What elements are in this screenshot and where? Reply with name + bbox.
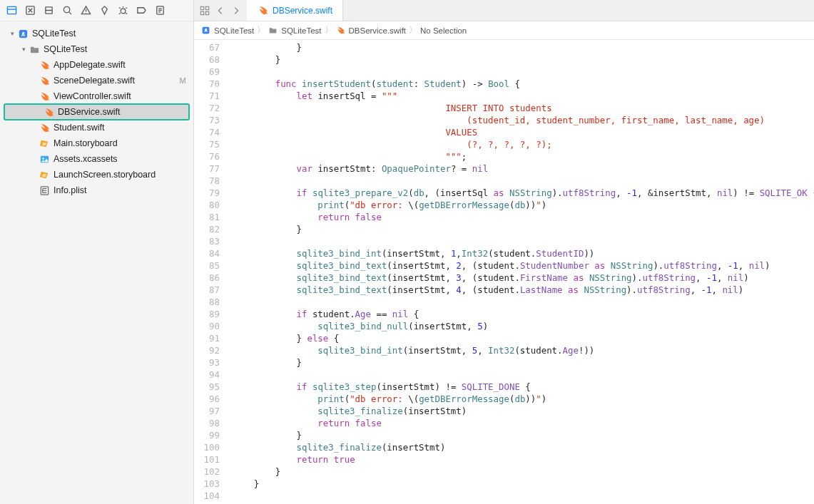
nav-forward-icon[interactable] xyxy=(231,6,241,16)
tree-file[interactable]: SceneDelegate.swiftM xyxy=(0,73,193,88)
editor-area: DBService.swift ASQLiteTest〉SQLiteTest〉D… xyxy=(194,0,814,504)
breadcrumb-item[interactable]: DBService.swift xyxy=(336,26,407,36)
code-line[interactable]: sqlite3_bind_text(insertStmt, 4, (studen… xyxy=(233,284,814,296)
code-line[interactable] xyxy=(233,235,814,247)
code-line[interactable]: sqlite3_bind_int(insertStmt, 1,Int32(stu… xyxy=(233,247,814,259)
code-line[interactable]: } xyxy=(233,429,814,441)
swift-icon xyxy=(43,106,54,118)
line-number: 99 xyxy=(194,429,220,441)
code-line[interactable]: print("db error: \(getDBErrorMessage(db)… xyxy=(233,393,814,405)
breadcrumb-bar: ASQLiteTest〉SQLiteTest〉DBService.swift〉N… xyxy=(194,21,814,40)
source-control-navigator-icon[interactable] xyxy=(24,5,36,16)
tree-file[interactable]: Main.storyboard xyxy=(0,135,193,151)
code-line[interactable]: if sqlite3_prepare_v2(db, (insertSql as … xyxy=(233,187,814,199)
project-tree: ▾ASQLiteTest▾SQLiteTestAppDelegate.swift… xyxy=(0,21,193,202)
tree-file[interactable]: AppDelegate.swift xyxy=(0,57,193,73)
tree-file[interactable]: ViewController.swift xyxy=(0,88,193,104)
line-number: 76 xyxy=(194,150,220,163)
line-number: 89 xyxy=(194,308,220,320)
code-line[interactable]: return false xyxy=(233,211,814,223)
breadcrumb-item[interactable]: SQLiteTest xyxy=(268,26,321,36)
line-number: 88 xyxy=(194,296,220,308)
code-line[interactable]: """; xyxy=(233,150,814,163)
code-line[interactable]: } xyxy=(233,478,814,490)
code-line[interactable]: if student.Age == nil { xyxy=(233,308,814,320)
file-label: ViewController.swift xyxy=(54,91,188,101)
code-line[interactable] xyxy=(233,369,814,381)
line-number: 90 xyxy=(194,320,220,332)
code-line[interactable]: INSERT INTO students xyxy=(233,102,814,114)
code-line[interactable]: return true xyxy=(233,453,814,466)
line-number-gutter: 6768697071727374757677787980818283848586… xyxy=(194,40,227,504)
swift-icon xyxy=(257,5,268,16)
breadcrumb-item[interactable]: ASQLiteTest xyxy=(201,26,254,36)
breadcrumb-label: SQLiteTest xyxy=(214,26,254,35)
code-line[interactable] xyxy=(233,175,814,187)
line-number: 67 xyxy=(194,41,220,53)
code-editor[interactable]: 6768697071727374757677787980818283848586… xyxy=(194,40,814,504)
breadcrumb-item[interactable]: No Selection xyxy=(420,26,467,35)
code-line[interactable]: } xyxy=(233,53,814,66)
find-navigator-icon[interactable] xyxy=(61,5,73,16)
code-line[interactable]: func insertStudent(student: Student) -> … xyxy=(233,78,814,90)
line-number: 85 xyxy=(194,259,220,272)
line-number: 87 xyxy=(194,284,220,296)
nav-back-icon[interactable] xyxy=(215,6,225,16)
code-line[interactable]: let insertSql = """ xyxy=(233,90,814,102)
code-line[interactable]: sqlite3_bind_text(insertStmt, 2, (studen… xyxy=(233,259,814,272)
project-navigator-icon[interactable] xyxy=(6,5,17,16)
code-line[interactable]: sqlite3_bind_text(insertStmt, 3, (studen… xyxy=(233,272,814,284)
code-line[interactable]: sqlite3_finalize(insertStmt) xyxy=(233,441,814,453)
code-line[interactable]: } xyxy=(233,466,814,478)
line-number: 100 xyxy=(194,441,220,453)
code-content[interactable]: } } func insertStudent(student: Student)… xyxy=(227,40,814,504)
code-line[interactable]: } xyxy=(233,223,814,235)
code-line[interactable] xyxy=(233,296,814,308)
navigator-toolbar xyxy=(0,0,193,21)
code-line[interactable]: sqlite3_finalize(insertStmt) xyxy=(233,405,814,417)
report-navigator-icon[interactable] xyxy=(154,5,166,16)
code-line[interactable]: var insertStmt: OpaquePointer? = nil xyxy=(233,163,814,175)
svg-text:A: A xyxy=(21,31,25,37)
tree-project-root[interactable]: ▾ASQLiteTest xyxy=(0,26,193,41)
code-line[interactable] xyxy=(233,66,814,78)
code-line[interactable]: sqlite3_bind_null(insertStmt, 5) xyxy=(233,320,814,332)
tree-file[interactable]: Info.plist xyxy=(0,182,193,198)
related-items-icon[interactable] xyxy=(200,6,210,16)
code-line[interactable]: } xyxy=(233,41,814,53)
disclosure-icon[interactable]: ▾ xyxy=(9,30,16,37)
issue-navigator-icon[interactable] xyxy=(80,5,91,16)
breadcrumb-label: DBService.swift xyxy=(349,26,407,35)
tree-group[interactable]: ▾SQLiteTest xyxy=(0,41,193,57)
code-line[interactable]: sqlite3_bind_int(insertStmt, 5, Int32(st… xyxy=(233,344,814,356)
tree-file[interactable]: LaunchScreen.storyboard xyxy=(0,167,193,182)
svg-text:A: A xyxy=(204,28,208,33)
breakpoint-navigator-icon[interactable] xyxy=(136,5,147,16)
tab-dbservice[interactable]: DBService.swift xyxy=(247,0,343,21)
tree-file[interactable]: Assets.xcassets xyxy=(0,151,193,167)
code-line[interactable] xyxy=(233,490,814,502)
svg-rect-13 xyxy=(205,11,208,14)
line-number: 86 xyxy=(194,272,220,284)
line-number: 97 xyxy=(194,405,220,417)
debug-navigator-icon[interactable] xyxy=(117,5,128,16)
code-line[interactable]: } xyxy=(233,356,814,369)
code-line[interactable]: if sqlite3_step(insertStmt) != SQLITE_DO… xyxy=(233,381,814,393)
code-line[interactable]: print("db error: \(getDBErrorMessage(db)… xyxy=(233,199,814,211)
line-number: 104 xyxy=(194,490,220,502)
symbol-navigator-icon[interactable] xyxy=(43,5,54,16)
line-number: 84 xyxy=(194,247,220,259)
tree-file[interactable]: Student.swift xyxy=(0,120,193,135)
tree-file[interactable]: DBService.swift xyxy=(4,104,189,120)
disclosure-icon[interactable]: ▾ xyxy=(20,46,27,53)
file-label: Main.storyboard xyxy=(54,138,188,148)
line-number: 77 xyxy=(194,163,220,175)
code-line[interactable]: VALUES xyxy=(233,126,814,138)
code-line[interactable]: (?, ?, ?, ?, ?); xyxy=(233,138,814,150)
code-line[interactable]: return false xyxy=(233,417,814,429)
code-line[interactable]: (student_id, student_number, first_name,… xyxy=(233,114,814,126)
breadcrumb-label: No Selection xyxy=(420,26,467,35)
group-label: SQLiteTest xyxy=(44,44,188,54)
test-navigator-icon[interactable] xyxy=(98,5,110,16)
code-line[interactable]: } else { xyxy=(233,332,814,344)
